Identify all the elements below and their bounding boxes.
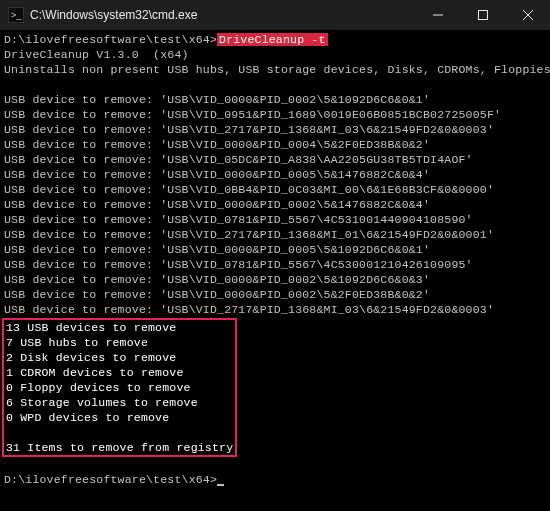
device-row: USB device to remove: 'USB\VID_0951&PID_… [4,108,501,121]
cmd-icon: >_ [8,7,24,23]
titlebar[interactable]: >_ C:\Windows\system32\cmd.exe [0,0,550,30]
command-text: DriveCleanup -t [217,33,328,46]
prompt-path: D:\ilovefreesoftware\test\x64> [4,33,217,46]
prompt-line-2: D:\ilovefreesoftware\test\x64> [4,473,224,486]
header-desc: Uninstalls non present USB hubs, USB sto… [4,63,550,76]
cursor-icon [217,484,224,486]
device-row: USB device to remove: 'USB\VID_2717&PID_… [4,123,494,136]
window-title: C:\Windows\system32\cmd.exe [30,8,415,22]
summary-line: 2 Disk devices to remove [6,351,176,364]
summary-line: 13 USB devices to remove [6,321,176,334]
summary-line: 7 USB hubs to remove [6,336,148,349]
cmd-window: >_ C:\Windows\system32\cmd.exe D:\ilovef… [0,0,550,511]
device-row: USB device to remove: 'USB\VID_0000&PID_… [4,288,430,301]
device-row: USB device to remove: 'USB\VID_0000&PID_… [4,93,430,106]
svg-rect-3 [478,11,487,20]
device-row: USB device to remove: 'USB\VID_0000&PID_… [4,168,430,181]
close-button[interactable] [505,0,550,30]
device-row: USB device to remove: 'USB\VID_0000&PID_… [4,138,430,151]
device-row: USB device to remove: 'USB\VID_0781&PID_… [4,258,473,271]
device-row: USB device to remove: 'USB\VID_05DC&PID_… [4,153,473,166]
device-row: USB device to remove: 'USB\VID_0000&PID_… [4,198,430,211]
svg-text:>_: >_ [11,10,22,20]
device-row: USB device to remove: 'USB\VID_0000&PID_… [4,273,430,286]
summary-line: 6 Storage volumes to remove [6,396,198,409]
summary-line: 0 Floppy devices to remove [6,381,191,394]
prompt-line: D:\ilovefreesoftware\test\x64>DriveClean… [4,33,328,46]
device-row: USB device to remove: 'USB\VID_0781&PID_… [4,213,473,226]
device-row: USB device to remove: 'USB\VID_2717&PID_… [4,303,494,316]
summary-box: 13 USB devices to remove 7 USB hubs to r… [2,318,237,457]
device-row: USB device to remove: 'USB\VID_0000&PID_… [4,243,430,256]
summary-line: 31 Items to remove from registry [6,441,233,454]
device-row: USB device to remove: 'USB\VID_0BB4&PID_… [4,183,494,196]
prompt-path: D:\ilovefreesoftware\test\x64> [4,473,217,486]
console-output[interactable]: D:\ilovefreesoftware\test\x64>DriveClean… [0,30,550,511]
maximize-button[interactable] [460,0,505,30]
summary-line: 0 WPD devices to remove [6,411,169,424]
header-line: DriveCleanup V1.3.0 (x64) [4,48,189,61]
device-row: USB device to remove: 'USB\VID_2717&PID_… [4,228,494,241]
summary-line: 1 CDROM devices to remove [6,366,184,379]
minimize-button[interactable] [415,0,460,30]
